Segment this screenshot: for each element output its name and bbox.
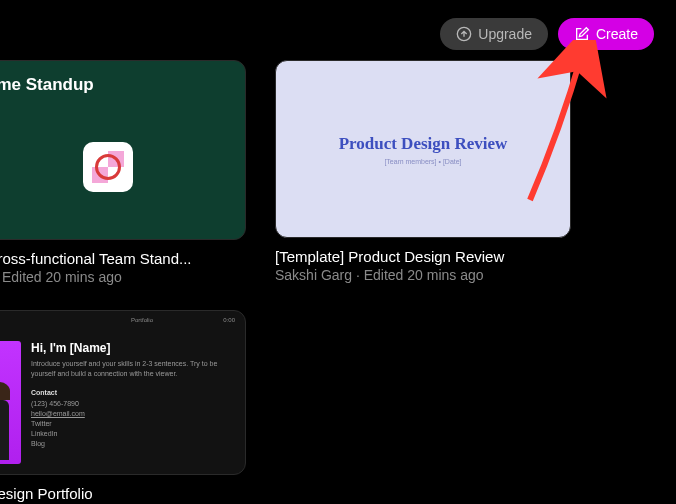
contact-link: Blog [31,440,235,447]
thumb-subtitle: [Team members] • [Date] [384,158,461,165]
create-icon [574,26,590,42]
create-label: Create [596,26,638,42]
thumb-top-bar: Portfolio 0:00 [0,317,235,323]
app-tile-icon [83,142,133,192]
card-title: e] Design Portfolio [0,485,246,502]
top-bar: Upgrade Create [440,18,654,50]
thumb-graphic [0,95,245,239]
thumb-top-label: Portfolio [131,317,153,323]
card-meta: arg · Edited 20 mins ago [0,269,246,285]
upgrade-label: Upgrade [478,26,532,42]
upgrade-button[interactable]: Upgrade [440,18,548,50]
portfolio-heading: Hi, I'm [Name] [31,341,235,355]
upgrade-icon [456,26,472,42]
contact-email: hello@email.com [31,410,235,417]
portfolio-intro: Introduce yourself and your skills in 2-… [31,359,235,379]
contact-heading: Contact [31,389,235,396]
thumb-text-block: Hi, I'm [Name] Introduce yourself and yo… [21,311,245,474]
create-button[interactable]: Create [558,18,654,50]
portrait-image [0,341,21,464]
contact-link: LinkedIn [31,430,235,437]
card-title: e] Cross-functional Team Stand... [0,250,246,267]
contact-phone: (123) 456-7890 [31,400,235,407]
thumbnail: Product Design Review [Team members] • [… [275,60,571,238]
card-title: [Template] Product Design Review [275,248,571,265]
thumb-timestamp: 0:00 [223,317,235,323]
thumb-title: Product Design Review [339,134,508,154]
card-meta: Sakshi Garg · Edited 20 mins ago [275,267,571,283]
thumbnail: ame Standup [0,60,246,240]
contact-link: Twitter [31,420,235,427]
project-card-portfolio[interactable]: Portfolio 0:00 Hi, I'm [Name] Introduce … [0,310,246,502]
thumbnail: Portfolio 0:00 Hi, I'm [Name] Introduce … [0,310,246,475]
project-card-review[interactable]: Product Design Review [Team members] • [… [275,60,571,283]
project-card-standup[interactable]: ame Standup e] Cross-functional Team Sta… [0,60,246,285]
thumb-heading: ame Standup [0,61,245,95]
